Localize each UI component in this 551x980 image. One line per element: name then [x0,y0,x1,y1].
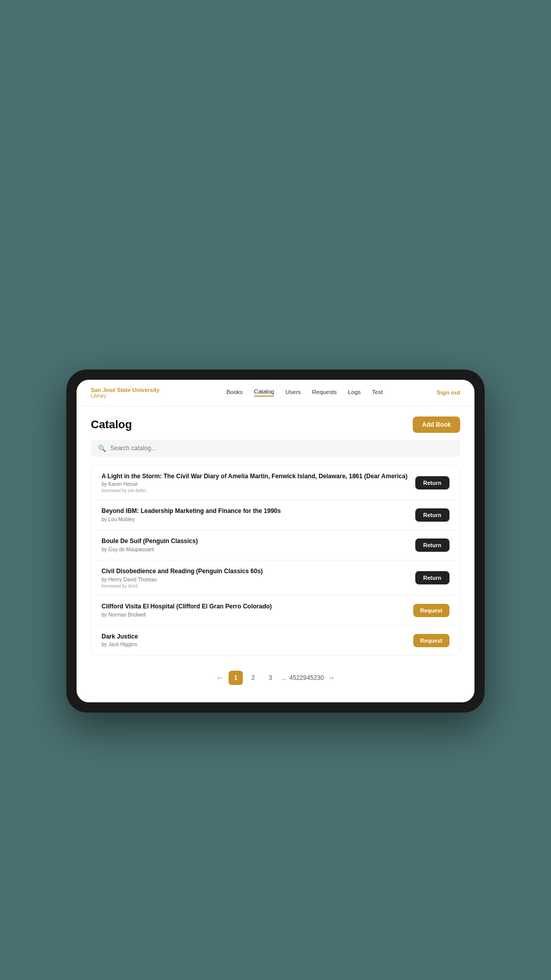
tablet-screen: San José State University Library Books … [77,380,474,703]
book-action-block: Return [415,538,449,552]
list-item: Dark Justice by Jack Higgins Request [91,626,460,655]
nav-requests[interactable]: Requests [312,389,337,396]
sign-out-button[interactable]: Sign out [437,389,460,396]
book-title: A Light in the Storm: The Civil War Diar… [102,472,408,481]
tablet-frame: San José State University Library Books … [66,370,485,713]
next-page-button[interactable]: → [325,673,337,683]
list-item: Clifford Visita El Hospital (Clifford El… [91,596,460,626]
search-bar: 🔍 [91,440,460,457]
book-action-block: Return [415,476,449,489]
book-info: Beyond IBM: Leadership Marketing and Fin… [102,507,415,523]
book-author: by Karen Hesse [102,481,408,487]
page-45229-button[interactable]: 45229 [291,671,305,685]
book-title: Civil Disobedience and Reading (Penguin … [102,567,408,576]
page-header: Catalog Add Book [91,416,460,433]
nav-links: Books Catalog Users Requests Logs Test [183,388,427,397]
add-book-button[interactable]: Add Book [413,416,460,433]
list-item: A Light in the Storm: The Civil War Diar… [91,465,460,501]
prev-page-button[interactable]: ← [214,673,226,683]
book-info: Boule De Suif (Penguin Classics) by Guy … [102,537,415,553]
search-input[interactable] [110,445,453,452]
book-action-block: Return [415,571,449,584]
list-item: Beyond IBM: Leadership Marketing and Fin… [91,500,460,530]
request-button[interactable]: Request [413,604,449,617]
book-author: by Jack Higgins [102,642,406,647]
book-info: Clifford Visita El Hospital (Clifford El… [102,602,413,619]
logo-university: San José State University [91,387,172,393]
page-1-button[interactable]: 1 [229,671,243,685]
return-button[interactable]: Return [415,476,449,489]
book-title: Clifford Visita El Hospital (Clifford El… [102,602,406,611]
return-button[interactable]: Return [415,538,449,552]
list-item: Civil Disobedience and Reading (Penguin … [91,560,460,596]
list-item: Boule De Suif (Penguin Classics) by Guy … [91,530,460,560]
nav-catalog[interactable]: Catalog [254,388,274,397]
page-2-button[interactable]: 2 [246,671,260,685]
nav-logs[interactable]: Logs [348,389,361,396]
book-borrowed: borrowed by test1. [102,583,408,589]
book-author: by Guy de Maupassant [102,547,408,552]
search-icon: 🔍 [98,445,106,452]
book-title: Beyond IBM: Leadership Marketing and Fin… [102,507,408,516]
book-action-block: Return [415,508,449,522]
navbar: San José State University Library Books … [77,380,474,406]
page-title: Catalog [91,418,132,431]
book-info: Dark Justice by Jack Higgins [102,632,413,649]
return-button[interactable]: Return [415,571,449,584]
pagination-ellipsis: ... [281,674,288,681]
page-3-button[interactable]: 3 [263,671,278,685]
book-author: by Norman Bridwell [102,612,406,618]
book-author: by Lou Mobley [102,517,408,522]
book-action-block: Request [413,634,449,647]
nav-test[interactable]: Test [372,389,383,396]
logo-library: Library [91,393,172,399]
book-title: Dark Justice [102,632,406,641]
book-author: by Henry David Thoreau [102,577,408,582]
book-list: A Light in the Storm: The Civil War Diar… [91,465,460,656]
book-action-block: Request [413,604,449,617]
nav-users[interactable]: Users [285,389,300,396]
book-info: Civil Disobedience and Reading (Penguin … [102,567,415,589]
book-info: A Light in the Storm: The Civil War Diar… [102,472,415,494]
pagination: ← 1 2 3 ... 45229 45230 → [91,666,460,687]
book-title: Boule De Suif (Penguin Classics) [102,537,408,546]
return-button[interactable]: Return [415,508,449,522]
page-45230-button[interactable]: 45230 [308,671,322,685]
page-content: Catalog Add Book 🔍 A Light in the Storm:… [77,406,474,703]
nav-books[interactable]: Books [227,389,243,396]
book-borrowed: borrowed by joe bohn. [102,488,408,493]
request-button[interactable]: Request [413,634,449,647]
logo-block: San José State University Library [91,387,172,399]
